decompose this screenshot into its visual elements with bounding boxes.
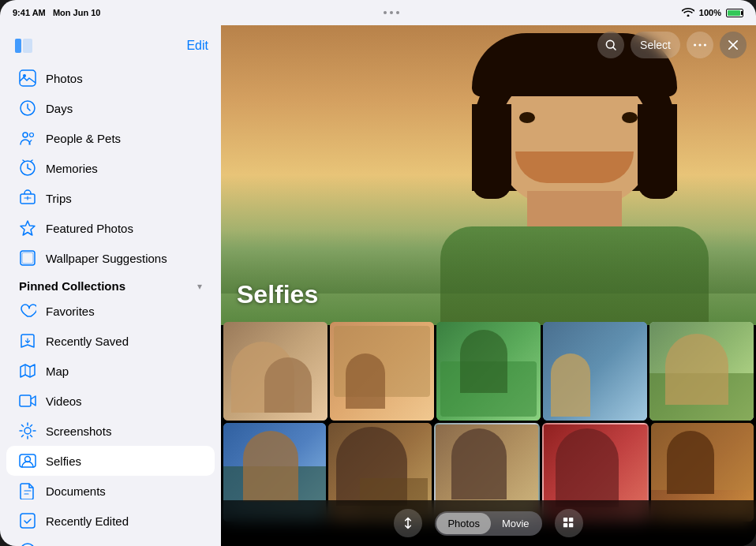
sidebar-item-favorites[interactable]: Favorites: [6, 296, 215, 326]
photos-icon: [19, 69, 36, 87]
edit-button[interactable]: Edit: [186, 39, 208, 53]
photo-thumb-1[interactable]: [223, 322, 327, 421]
sidebar-item-recently-saved[interactable]: Recently Saved: [6, 326, 215, 356]
status-time: 9:41 AM Mon Jun 10: [13, 8, 100, 17]
pinned-collections-title: Pinned Collections: [19, 279, 125, 293]
svg-rect-11: [22, 252, 33, 264]
recently-saved-icon: [19, 332, 36, 350]
status-center: [384, 11, 399, 14]
wallpaper-icon: [19, 249, 36, 267]
sidebar-item-screenshots[interactable]: Screenshots: [6, 416, 215, 446]
heart-icon: [19, 302, 36, 320]
svg-rect-16: [21, 514, 35, 528]
dot-1: [384, 11, 387, 14]
search-button[interactable]: [597, 32, 624, 58]
sidebar-label-screenshots: Screenshots: [46, 424, 111, 438]
chevron-down-icon: ▾: [197, 281, 202, 292]
sidebar-item-recently-viewed[interactable]: Recently Viewed: [6, 536, 215, 546]
recently-edited-icon: [19, 512, 36, 529]
hero-image: Selfies: [221, 25, 756, 325]
svg-rect-12: [20, 395, 31, 406]
svg-point-6: [23, 133, 28, 137]
close-button[interactable]: [720, 32, 747, 58]
recently-viewed-icon: [19, 542, 36, 546]
status-bar: 9:41 AM Mon Jun 10 100%: [0, 0, 756, 25]
days-icon: [19, 99, 36, 117]
sidebar-item-days[interactable]: Days: [6, 93, 215, 123]
movie-view-btn[interactable]: Movie: [491, 513, 541, 534]
content-toolbar: Select: [597, 32, 747, 58]
svg-point-20: [694, 43, 696, 46]
photo-thumb-2[interactable]: [330, 322, 434, 421]
svg-rect-25: [563, 523, 567, 527]
more-options-button[interactable]: [687, 32, 713, 58]
sidebar-label-selfies: Selfies: [46, 454, 81, 468]
svg-point-22: [704, 43, 706, 46]
bottom-bar: Photos Movie: [221, 500, 756, 546]
photo-grid-row-1: [221, 320, 756, 421]
dot-2: [390, 11, 393, 14]
hero-title: Selfies: [237, 280, 318, 309]
svg-point-13: [24, 428, 31, 434]
sidebar-item-people-pets[interactable]: People & Pets: [6, 123, 215, 153]
sidebar-item-featured[interactable]: Featured Photos: [6, 213, 215, 243]
wifi-icon: [682, 7, 694, 18]
memories-icon: [19, 159, 36, 177]
ipad-frame: 9:41 AM Mon Jun 10 100%: [0, 0, 756, 546]
sidebar-item-memories[interactable]: Memories: [6, 153, 215, 183]
sidebar-label-map: Map: [46, 365, 69, 378]
sidebar-label-memories: Memories: [46, 162, 98, 175]
battery-fill: [728, 10, 740, 16]
date-display: Mon Jun 10: [53, 8, 101, 17]
sidebar-label-documents: Documents: [46, 484, 106, 498]
sidebar-toggle-button[interactable]: [13, 35, 35, 57]
main-area: Edit Photos: [0, 25, 756, 546]
sidebar-label-photos: Photos: [46, 72, 83, 85]
select-label: Select: [640, 39, 671, 51]
svg-rect-1: [23, 39, 32, 53]
sidebar-item-documents[interactable]: Documents: [6, 476, 215, 506]
sidebar-item-videos[interactable]: Videos: [6, 386, 215, 416]
sidebar-header: Edit: [0, 25, 221, 63]
sidebar-item-selfies[interactable]: Selfies: [6, 446, 215, 476]
sidebar: Edit Photos: [0, 25, 221, 546]
sidebar-item-trips[interactable]: Trips: [6, 183, 215, 213]
content-area: Select: [221, 25, 756, 546]
sidebar-label-days: Days: [46, 102, 73, 115]
sidebar-label-featured: Featured Photos: [46, 222, 133, 235]
screenshots-icon: [19, 422, 36, 439]
sidebar-label-videos: Videos: [46, 395, 82, 408]
people-icon: [19, 129, 36, 147]
time-display: 9:41 AM: [13, 8, 46, 17]
pinned-collections-header[interactable]: Pinned Collections ▾: [0, 273, 221, 296]
sidebar-item-recently-edited[interactable]: Recently Edited: [6, 506, 215, 536]
photo-thumb-4[interactable]: [543, 322, 647, 421]
svg-marker-9: [21, 221, 35, 235]
grid-view-button[interactable]: [555, 509, 583, 537]
trips-icon: [19, 189, 36, 207]
svg-rect-26: [569, 523, 573, 527]
select-button[interactable]: Select: [631, 32, 680, 58]
photo-thumb-5[interactable]: [649, 322, 754, 421]
svg-rect-24: [569, 518, 573, 522]
photo-thumb-3[interactable]: [436, 322, 541, 421]
sidebar-label-people: People & Pets: [46, 132, 121, 145]
map-icon: [19, 362, 36, 380]
status-right: 100%: [682, 7, 743, 18]
sort-button[interactable]: [394, 509, 422, 537]
featured-icon: [19, 219, 36, 237]
selfies-icon: [19, 452, 36, 469]
view-toggle: Photos Movie: [435, 511, 541, 536]
sidebar-item-map[interactable]: Map: [6, 356, 215, 386]
svg-rect-23: [563, 518, 567, 522]
photos-view-btn[interactable]: Photos: [436, 513, 490, 534]
svg-point-21: [698, 43, 701, 46]
sidebar-label-recently-edited: Recently Edited: [46, 514, 129, 528]
battery-icon: [726, 9, 743, 17]
sidebar-label-recently-saved: Recently Saved: [46, 335, 129, 348]
dot-3: [396, 11, 399, 14]
sidebar-label-favorites: Favorites: [46, 305, 95, 318]
sidebar-item-wallpaper[interactable]: Wallpaper Suggestions: [6, 243, 215, 273]
sidebar-item-photos[interactable]: Photos: [6, 63, 215, 93]
battery-percentage: 100%: [699, 8, 721, 17]
